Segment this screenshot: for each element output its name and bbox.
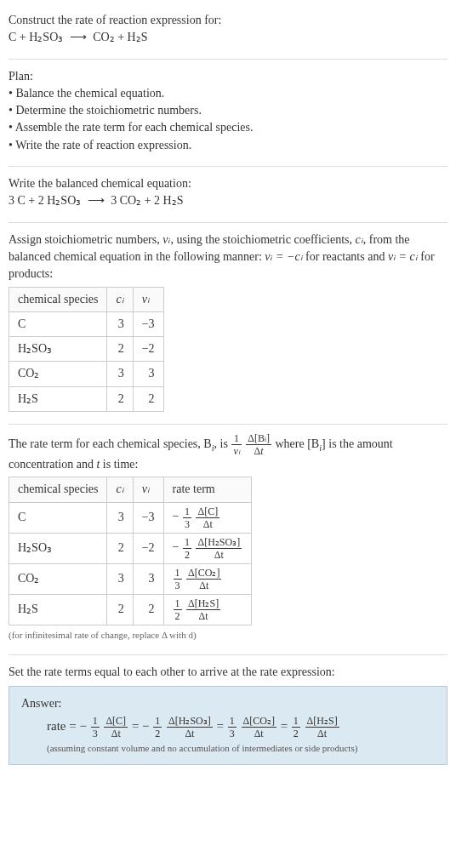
plan-section: Plan: • Balance the chemical equation. •… — [9, 63, 447, 163]
cell-species: H₂S — [9, 386, 107, 411]
rate-expr: − 13 Δ[C]Δt — [173, 510, 221, 523]
frac-num: Δ[CO₂] — [242, 716, 276, 728]
infinitesimal-note: (for infinitesimal rate of change, repla… — [9, 629, 447, 642]
divider — [9, 424, 447, 425]
equals: = — [281, 719, 291, 733]
frac-num: Δ[H₂SO₃] — [167, 716, 213, 728]
rate-expr: 13 Δ[CO₂]Δt — [227, 719, 281, 733]
plan-item: • Determine the stoichiometric numbers. — [9, 102, 447, 119]
fraction: Δ[Bᵢ]Δt — [246, 433, 271, 456]
rate-term-intro: The rate term for each chemical species,… — [9, 433, 447, 473]
fraction: 13 — [228, 716, 237, 739]
plan-item-text: Write the rate of reaction expression. — [15, 139, 191, 151]
text: cᵢ — [116, 293, 123, 306]
cell-v: 3 — [133, 563, 163, 594]
rate-expr: − 12 Δ[H₂SO₃]Δt — [142, 719, 216, 733]
cell-rate: − 12 Δ[H₂SO₃]Δt — [163, 533, 252, 563]
table-row: H₂SO₃ 2 −2 — [9, 337, 164, 362]
frac-num: Δ[Bᵢ] — [246, 433, 271, 445]
cell-c: 2 — [107, 386, 133, 411]
fraction: 12 — [153, 716, 162, 739]
cell-species: H₂SO₃ — [9, 533, 107, 563]
fraction: 12 — [183, 537, 191, 560]
frac-num: Δ[C] — [196, 506, 219, 518]
cell-c: 3 — [107, 362, 133, 386]
rate-term-table: chemical species cᵢ νᵢ rate term C 3 −3 … — [9, 477, 252, 625]
frac-den: 3 — [183, 518, 191, 529]
fraction: Δ[H₂S]Δt — [186, 598, 220, 621]
sign: − — [173, 540, 180, 553]
col-rate: rate term — [163, 477, 252, 502]
fraction: 13 — [183, 506, 191, 529]
divider — [9, 654, 447, 655]
text: , is — [214, 437, 231, 450]
cell-c: 3 — [107, 502, 133, 533]
fraction: Δ[C]Δt — [104, 716, 128, 739]
fraction: Δ[H₂SO₃]Δt — [167, 716, 213, 739]
cell-v: 2 — [133, 594, 163, 625]
frac-num: 1 — [183, 506, 191, 518]
rate-prefix: rate = — [47, 719, 79, 733]
fraction: Δ[CO₂]Δt — [186, 568, 221, 591]
frac-num: Δ[CO₂] — [186, 568, 221, 580]
t-symbol: t — [260, 445, 263, 457]
table-row: C 3 −3 — [9, 311, 164, 336]
frac-den: Δt — [196, 518, 219, 529]
table-row: H₂S 2 2 — [9, 386, 164, 411]
frac-num: Δ[H₂SO₃] — [196, 537, 242, 549]
frac-num: 1 — [228, 716, 237, 728]
table-row: CO₂ 3 3 13 Δ[CO₂]Δt — [9, 563, 252, 594]
text: The rate term for each chemical species,… — [9, 437, 212, 450]
col-c: cᵢ — [107, 287, 133, 311]
cell-species: H₂S — [9, 594, 107, 625]
plan-item-text: Balance the chemical equation. — [15, 87, 164, 100]
text: νᵢ — [142, 483, 150, 495]
frac-num: 1 — [174, 568, 182, 580]
balanced-heading: Write the balanced chemical equation: — [9, 175, 447, 192]
frac-den: 3 — [91, 728, 100, 739]
intro-section: Construct the rate of reaction expressio… — [9, 7, 447, 55]
stoich-intro: Assign stoichiometric numbers, νᵢ, using… — [9, 231, 447, 283]
fraction: 12 — [174, 598, 182, 621]
frac-den: Δt — [186, 580, 221, 591]
frac-num: 1 — [91, 716, 100, 728]
balanced-section: Write the balanced chemical equation: 3 … — [9, 170, 447, 219]
intro-lhs: C + H₂SO₃ — [9, 31, 63, 43]
frac-num: Δ[H₂S] — [186, 598, 220, 610]
fraction: 13 — [91, 716, 100, 739]
arrow-icon: ⟶ — [84, 194, 108, 207]
rate-expr: 12 Δ[H₂S]Δt — [291, 719, 340, 733]
plan-item: • Assemble the rate term for each chemic… — [9, 119, 447, 136]
fraction: Δ[CO₂]Δt — [242, 716, 276, 739]
equals: = — [217, 719, 227, 733]
frac-den: 2 — [292, 728, 300, 739]
equals: = — [132, 719, 142, 733]
rate-expression: rate = − 13 Δ[C]Δt = − 12 Δ[H₂SO₃]Δt = 1… — [21, 716, 435, 739]
stoich-table: chemical species cᵢ νᵢ C 3 −3 H₂SO₃ 2 −2… — [9, 287, 164, 412]
table-row: H₂SO₃ 2 −2 − 12 Δ[H₂SO₃]Δt — [9, 533, 252, 563]
text: νᵢ — [142, 293, 150, 306]
table-row: CO₂ 3 3 — [9, 362, 164, 386]
text: where [B — [275, 437, 319, 450]
final-section: Set the rate terms equal to each other t… — [9, 659, 447, 774]
frac-den: 3 — [228, 728, 237, 739]
sign: − — [173, 510, 180, 523]
frac-num: 1 — [292, 716, 300, 728]
intro-title: Construct the rate of reaction expressio… — [9, 12, 447, 29]
divider — [9, 59, 447, 60]
col-c: cᵢ — [107, 477, 133, 502]
frac-num: 1 — [174, 598, 182, 610]
text: for reactants and — [303, 250, 388, 263]
cell-c: 2 — [107, 533, 133, 563]
cell-c: 3 — [107, 311, 133, 336]
fraction: 12 — [292, 716, 300, 739]
frac-den: Δt — [167, 728, 213, 739]
final-heading: Set the rate terms equal to each other t… — [9, 664, 447, 681]
frac-num: 1 — [153, 716, 162, 728]
cell-v: −3 — [133, 311, 163, 336]
frac-den: Δt — [242, 728, 276, 739]
cell-c: 2 — [107, 337, 133, 362]
frac-den: Δt — [104, 728, 128, 739]
frac-den: 2 — [183, 549, 191, 560]
stoich-section: Assign stoichiometric numbers, νᵢ, using… — [9, 226, 447, 420]
